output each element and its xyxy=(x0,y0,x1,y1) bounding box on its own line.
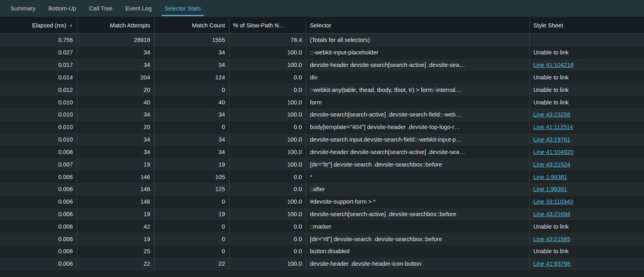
table-row[interactable]: 0.0071919100.0[dir="ltr"] devsite-search… xyxy=(0,158,644,171)
selector-cell: devsite-search input.devsite-search-fiel… xyxy=(306,133,530,146)
slow-path-percent-cell: 100.0 xyxy=(229,96,306,108)
sort-desc-icon: ▼ xyxy=(69,24,73,28)
match-count-cell: 125 xyxy=(155,183,229,196)
style-sheet-cell: Line 43:23258 xyxy=(530,108,644,121)
selector-cell: :-webkit-any(table, thead, tbody, tfoot,… xyxy=(306,83,530,96)
table-row[interactable]: 0.75628918155578.4(Totals for all select… xyxy=(0,34,644,46)
slow-path-percent-cell: 100.0 xyxy=(229,208,306,221)
column-header-match-count[interactable]: Match Count xyxy=(155,17,229,33)
table-row[interactable]: 0.0122000.0:-webkit-any(table, thead, tb… xyxy=(0,83,644,96)
table-row[interactable]: 0.0061900.0[dir="rtl"] devsite-search .d… xyxy=(0,233,644,245)
match-count-cell: 0 xyxy=(155,196,229,208)
column-header-elapsed-label: Elapsed (ms) xyxy=(32,22,66,29)
table-row[interactable]: 0.0142041240.0divUnable to link xyxy=(0,71,644,83)
style-sheet-link[interactable]: Line 43:21524 xyxy=(533,161,570,168)
table-row[interactable]: 0.0103434100.0devsite-search input.devsi… xyxy=(0,133,644,146)
table-row[interactable]: 0.0061919100.0devsite-search[search-acti… xyxy=(0,208,644,221)
style-sheet-link[interactable]: Line 43:23258 xyxy=(533,111,570,118)
match-attempts-cell: 19 xyxy=(77,233,155,245)
table-body: 0.75628918155578.4(Totals for all select… xyxy=(0,34,644,270)
selector-cell: form xyxy=(306,96,530,108)
tab-bottom-up[interactable]: Bottom-Up xyxy=(47,0,77,17)
style-sheet-link[interactable]: Line 41:104218 xyxy=(533,62,574,68)
style-sheet-cell: Unable to link xyxy=(530,220,644,233)
column-header-slow-path[interactable]: % of Slow-Path N… xyxy=(229,17,306,33)
match-attempts-cell: 146 xyxy=(77,183,155,196)
match-attempts-cell: 34 xyxy=(77,146,155,158)
match-attempts-cell: 20 xyxy=(77,83,155,96)
table-row[interactable]: 0.0062222100.0devsite-header .devsite-he… xyxy=(0,258,644,270)
column-header-style-sheet[interactable]: Style Sheet xyxy=(530,17,644,33)
slow-path-percent-cell: 0.0 xyxy=(229,71,306,83)
style-sheet-cell: Line 41:104218 xyxy=(530,59,644,71)
table-row[interactable]: 0.0102000.0body[template="404"] devsite-… xyxy=(0,121,644,133)
style-sheet-cell: Line 1:99381 xyxy=(530,171,644,183)
style-sheet-unlinkable-label: Unable to link xyxy=(533,49,569,56)
tab-selector-stats[interactable]: Selector Stats xyxy=(164,0,202,17)
column-header-elapsed[interactable]: Elapsed (ms) ▼ xyxy=(0,17,77,33)
elapsed-cell: 0.014 xyxy=(0,71,77,83)
match-count-cell: 34 xyxy=(155,146,229,158)
table-row[interactable]: 0.0061460100.0#devsite-support-form > *L… xyxy=(0,196,644,208)
match-count-cell: 34 xyxy=(155,108,229,121)
table-row[interactable]: 0.0064200.0::markerUnable to link xyxy=(0,220,644,233)
style-sheet-cell: Unable to link xyxy=(530,71,644,83)
selector-stats-table: Elapsed (ms) ▼ Match Attempts Match Coun… xyxy=(0,17,644,277)
style-sheet-cell: Line 41:112514 xyxy=(530,121,644,133)
style-sheet-unlinkable-label: Unable to link xyxy=(533,87,569,93)
column-header-match-attempts[interactable]: Match Attempts xyxy=(77,17,155,33)
elapsed-cell: 0.756 xyxy=(0,34,77,46)
table-row[interactable]: 0.0104040100.0formUnable to link xyxy=(0,96,644,108)
elapsed-cell: 0.010 xyxy=(0,96,77,108)
selector-cell: div xyxy=(306,71,530,83)
slow-path-percent-cell: 100.0 xyxy=(229,146,306,158)
style-sheet-link[interactable]: Line 43:19761 xyxy=(533,136,570,143)
selector-cell: [dir="ltr"] devsite-search .devsite-sear… xyxy=(306,158,530,171)
tab-event-log[interactable]: Event Log xyxy=(124,0,152,17)
tab-summary[interactable]: Summary xyxy=(10,0,36,17)
style-sheet-link[interactable]: Line 43:21694 xyxy=(533,211,570,217)
match-count-cell: 34 xyxy=(155,59,229,71)
elapsed-cell: 0.010 xyxy=(0,108,77,121)
tab-call-tree[interactable]: Call Tree xyxy=(88,0,113,17)
table-row[interactable]: 0.0061461050.0*Line 1:99381 xyxy=(0,171,644,183)
style-sheet-link[interactable]: Line 1:99381 xyxy=(533,174,567,180)
slow-path-percent-cell: 0.0 xyxy=(229,121,306,133)
match-attempts-cell: 40 xyxy=(77,96,155,108)
table-row[interactable]: 0.0173434100.0devsite-header devsite-sea… xyxy=(0,59,644,71)
match-attempts-cell: 204 xyxy=(77,71,155,83)
elapsed-cell: 0.006 xyxy=(0,171,77,183)
style-sheet-link[interactable]: Line 41:112514 xyxy=(533,124,573,130)
style-sheet-link[interactable]: Line 33:110343 xyxy=(533,198,573,205)
table-row[interactable]: 0.0062500.0button:disabledUnable to link xyxy=(0,245,644,258)
slow-path-percent-cell: 100.0 xyxy=(229,258,306,270)
panel-tabbar: Summary Bottom-Up Call Tree Event Log Se… xyxy=(0,0,644,17)
slow-path-percent-cell: 78.4 xyxy=(229,34,306,46)
style-sheet-cell: Line 33:110343 xyxy=(530,196,644,208)
slow-path-percent-cell: 100.0 xyxy=(229,133,306,146)
match-attempts-cell: 34 xyxy=(77,133,155,146)
table-row[interactable]: 0.0083434100.0devsite-header devsite-sea… xyxy=(0,146,644,158)
table-row[interactable]: 0.0061461250.0::afterLine 1:99381 xyxy=(0,183,644,196)
elapsed-cell: 0.008 xyxy=(0,146,77,158)
style-sheet-link[interactable]: Line 41:104920 xyxy=(533,149,574,155)
column-header-selector[interactable]: Selector xyxy=(306,17,530,33)
table-row[interactable]: 0.0103434100.0devsite-search[search-acti… xyxy=(0,108,644,121)
style-sheet-cell: Line 41:93798 xyxy=(530,258,644,270)
style-sheet-cell: Line 43:21694 xyxy=(530,208,644,221)
elapsed-cell: 0.006 xyxy=(0,208,77,221)
style-sheet-cell: Line 43:21585 xyxy=(530,233,644,245)
selector-cell: ::marker xyxy=(306,220,530,233)
style-sheet-cell: Unable to link xyxy=(530,46,644,59)
style-sheet-link[interactable]: Line 1:99381 xyxy=(533,186,567,192)
selector-cell: (Totals for all selectors) xyxy=(306,34,530,46)
match-count-cell: 0 xyxy=(155,121,229,133)
slow-path-percent-cell: 0.0 xyxy=(229,183,306,196)
match-count-cell: 0 xyxy=(155,220,229,233)
match-attempts-cell: 146 xyxy=(77,196,155,208)
style-sheet-link[interactable]: Line 43:21585 xyxy=(533,236,570,242)
style-sheet-link[interactable]: Line 41:93798 xyxy=(533,260,570,267)
table-row[interactable]: 0.0273434100.0::-webkit-input-placeholde… xyxy=(0,46,644,59)
elapsed-cell: 0.006 xyxy=(0,196,77,208)
elapsed-cell: 0.012 xyxy=(0,83,77,96)
